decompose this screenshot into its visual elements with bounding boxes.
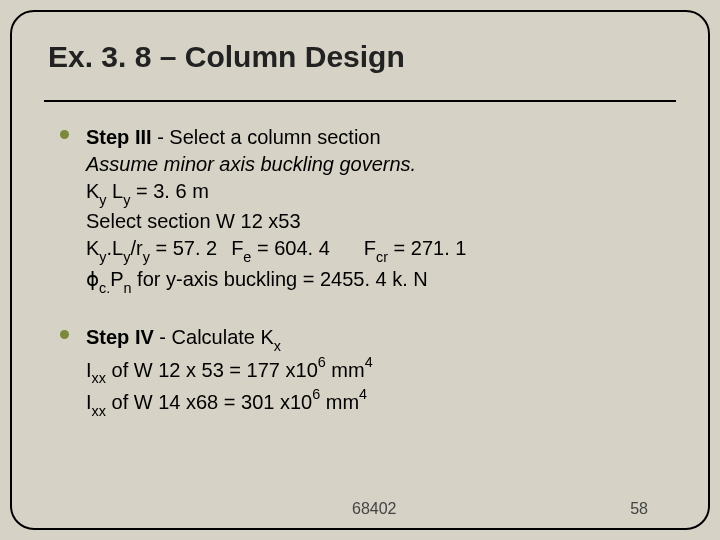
t: of W 14 x68 = 301 x10 — [106, 391, 312, 413]
step4-ixx2: Ixx of W 14 x68 = 301 x106 mm4 — [86, 387, 672, 419]
t: /r — [130, 237, 142, 259]
page-number: 58 — [630, 500, 648, 518]
t: 4 — [365, 354, 373, 370]
t: n — [124, 280, 132, 296]
step3-rest: - Select a column section — [152, 126, 381, 148]
t: = 271. 1 — [388, 237, 466, 259]
t: x — [274, 338, 281, 354]
t: F — [364, 237, 376, 259]
t: 6 — [318, 354, 326, 370]
t: c. — [99, 280, 110, 296]
step4-ixx1: Ixx of W 12 x 53 = 177 x106 mm4 — [86, 355, 672, 387]
slide-title: Ex. 3. 8 – Column Design — [48, 40, 672, 82]
bullet-step-4: Step IV - Calculate Kx Ixx of W 12 x 53 … — [70, 324, 672, 419]
title-underline — [44, 100, 676, 102]
bullet-step-3: Step III - Select a column section Assum… — [70, 124, 672, 296]
bullet-dot-icon — [60, 330, 69, 339]
t: xx — [92, 403, 106, 419]
course-code: 68402 — [352, 500, 397, 518]
t: of W 12 x 53 = 177 x10 — [106, 358, 318, 380]
t: P — [110, 268, 123, 290]
t: mm — [320, 391, 359, 413]
bullet-dot-icon — [60, 130, 69, 139]
t: for y-axis buckling = 2455. 4 k. N — [132, 268, 428, 290]
step4-bold: Step IV — [86, 326, 154, 348]
t: - Calculate K — [154, 326, 274, 348]
step3-select: Select section W 12 x53 — [86, 208, 672, 235]
t: xx — [92, 370, 106, 386]
slide-frame: Ex. 3. 8 – Column Design Step III - Sele… — [10, 10, 710, 530]
t: 6 — [312, 386, 320, 402]
t: I — [86, 358, 92, 380]
step3-ratio-line: Ky.Ly/ry = 57. 2Fe = 604. 4Fcr = 271. 1 — [86, 235, 672, 265]
step4-heading: Step IV - Calculate Kx — [86, 324, 672, 354]
slide-footer: 68402 58 — [12, 500, 708, 518]
t: L — [107, 180, 124, 202]
t: = 57. 2 — [150, 237, 217, 259]
t: y — [99, 192, 106, 208]
t: 4 — [359, 386, 367, 402]
t: y — [123, 249, 130, 265]
t: = 3. 6 m — [130, 180, 208, 202]
t: e — [243, 249, 251, 265]
t: ϕ — [86, 268, 99, 290]
t: I — [86, 391, 92, 413]
bullet-list: Step III - Select a column section Assum… — [48, 124, 672, 419]
t: cr — [376, 249, 388, 265]
t: F — [231, 237, 243, 259]
t: K — [86, 237, 99, 259]
t: y — [143, 249, 150, 265]
t: = 604. 4 — [251, 237, 329, 259]
step3-heading: Step III - Select a column section — [86, 124, 672, 151]
step3-phi-line: ϕc.Pn for y-axis buckling = 2455. 4 k. N — [86, 266, 672, 296]
t: K — [86, 180, 99, 202]
t: mm — [326, 358, 365, 380]
t: y — [123, 192, 130, 208]
step3-kyly: Ky Ly = 3. 6 m — [86, 178, 672, 208]
step3-assume: Assume minor axis buckling governs. — [86, 151, 672, 178]
step3-bold: Step III — [86, 126, 152, 148]
t: .L — [107, 237, 124, 259]
t: y — [99, 249, 106, 265]
